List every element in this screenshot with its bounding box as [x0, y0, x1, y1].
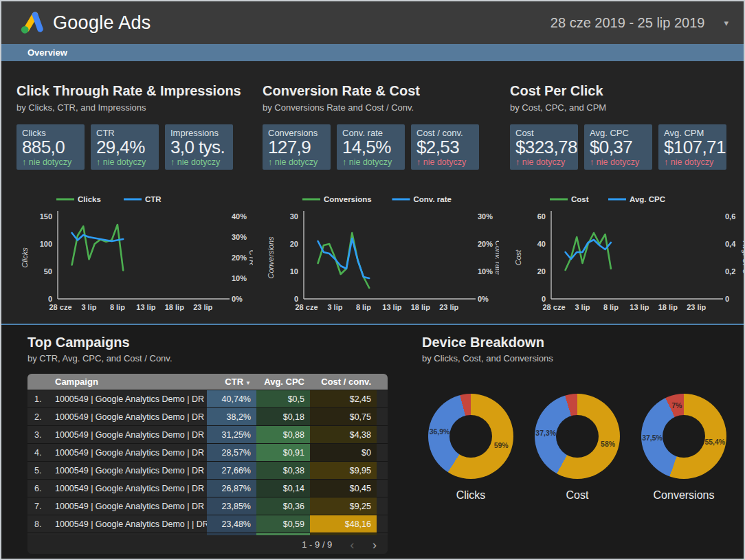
scorecard-row: Conversions127,9↑ nie dotyczyConv. rate1… [263, 124, 499, 170]
svg-text:0: 0 [48, 295, 52, 303]
trend-up-icon: ↑ [170, 157, 175, 167]
cost-conv-cell: $5 [310, 533, 377, 535]
svg-text:3 lip: 3 lip [575, 303, 590, 311]
donut-chart-clicks: 59%36,9% Clicks [425, 394, 517, 502]
brand-title: Google Ads [53, 12, 151, 34]
svg-text:Clicks: Clicks [21, 247, 29, 268]
svg-text:0%: 0% [232, 295, 243, 303]
svg-text:CTR: CTR [248, 250, 253, 266]
donut-title: Cost [566, 489, 589, 502]
tab-overview[interactable]: Overview [1, 47, 67, 58]
campaign-table-footer: 1 - 9 / 9 ‹ › [27, 535, 388, 554]
slice-label: 58% [601, 440, 615, 448]
section-cost-per-click: Cost Per Click by Cost, CPC, and CPM Cos… [510, 61, 745, 314]
slice-label: 37,5% [642, 434, 663, 442]
trend-up-icon: ↑ [664, 157, 668, 167]
avg-cpc-cell: $0,88 [256, 426, 310, 443]
row-index: 6. [27, 480, 55, 497]
section-ctr-impressions: Click Through Rate & Impressions by Clic… [16, 61, 253, 314]
svg-text:28 cze: 28 cze [295, 303, 318, 311]
scorecard: Avg. CPM$107,71↑ nie dotyczy [658, 124, 726, 170]
svg-text:8 lip: 8 lip [603, 303, 619, 311]
date-range-picker[interactable]: 28 cze 2019 - 25 lip 2019 ▾ [551, 15, 744, 31]
avg-cpc-cell: $0,38 [256, 462, 310, 479]
svg-text:13 lip: 13 lip [382, 303, 401, 311]
svg-text:40: 40 [537, 240, 546, 248]
scorecard: Clicks885,0↑ nie dotyczy [16, 124, 85, 170]
slice-label: 36,9% [430, 427, 450, 436]
row-index: 5. [27, 462, 55, 479]
prev-page-button[interactable]: ‹ [350, 538, 354, 551]
row-index: 3. [27, 426, 55, 443]
trend-up-icon: ↑ [590, 157, 594, 167]
svg-text:0: 0 [542, 295, 546, 303]
svg-text:Cost: Cost [514, 249, 522, 266]
table-header-ctr[interactable]: CTR▼ [207, 377, 256, 387]
cost-conv-cell: $4,38 [310, 426, 377, 443]
header-bar: Google Ads 28 cze 2019 - 25 lip 2019 ▾ [1, 1, 744, 44]
donut-chart-cost: 58%37,3% Cost [531, 394, 623, 502]
svg-text:0,2: 0,2 [725, 267, 735, 276]
ctr-cell: 12,5% [207, 533, 256, 535]
row-index: 7. [27, 497, 55, 515]
donut-chart-conversions: 55,4%37,5%7% Conversions [638, 394, 730, 502]
trend-badge: ↑ nie dotyczy [416, 157, 474, 167]
scorecard-value: 29,4% [96, 138, 153, 157]
table-header-cost-conv[interactable]: Cost / conv. [310, 377, 377, 387]
scorecard-value: 3,0 tys. [170, 138, 227, 157]
svg-text:13 lip: 13 lip [136, 303, 155, 311]
scorecard-value: 127,9 [268, 138, 325, 157]
device-breakdown-title: Device Breakdown [422, 335, 733, 350]
section-conversion-rate-cost: Conversion Rate & Cost by Conversions Ra… [263, 61, 499, 314]
row-index: 4. [27, 444, 55, 461]
svg-text:10: 10 [290, 267, 298, 276]
caret-down-icon: ▾ [724, 18, 729, 28]
avg-cpc-cell: $0,5 [256, 390, 310, 407]
scorecard-value: $2,53 [416, 138, 474, 157]
campaign-table-body: 1.1000549 | Google Analytics Demo | DR |… [27, 390, 388, 535]
ctr-cell: 38,2% [207, 408, 256, 425]
cost-conv-cell: $48,16 [310, 515, 377, 533]
donut-ring: 59%36,9% [428, 394, 513, 479]
ctr-cell: 31,25% [207, 426, 256, 443]
brand: Google Ads [1, 12, 151, 34]
avg-cpc-cell: $0,14 [256, 480, 310, 497]
scorecard-value: $0,37 [590, 138, 647, 157]
ctr-cell: 27,66% [207, 462, 256, 479]
svg-text:Conversions: Conversions [267, 236, 275, 279]
campaign-name: 1000549 | Google Analytics Demo | | DR |… [55, 515, 207, 533]
top-campaigns-title: Top Campaigns [27, 335, 388, 350]
line-chart-conversions-rate: ConversionsConv. rate01020300%10%20%30%2… [263, 190, 499, 314]
table-row: 8.1000549 | Google Analytics Demo | | DR… [27, 515, 388, 533]
avg-cpc-cell: $0,18 [256, 408, 310, 425]
avg-cpc-cell: $0,36 [256, 497, 310, 515]
avg-cpc-cell: $0,59 [256, 515, 310, 533]
pagination-label: 1 - 9 / 9 [302, 539, 332, 550]
cost-conv-cell: $0,75 [310, 408, 377, 425]
trend-badge: ↑ nie dotyczy [22, 157, 79, 167]
next-page-button[interactable]: › [372, 538, 377, 551]
trend-badge: ↑ nie dotyczy [515, 157, 572, 167]
svg-text:0: 0 [294, 295, 298, 303]
trend-up-icon: ↑ [342, 157, 346, 167]
google-ads-logo-icon [19, 12, 45, 34]
svg-text:0,6: 0,6 [725, 212, 735, 221]
row-index: 1. [27, 390, 55, 407]
table-row: 1.1000549 | Google Analytics Demo | DR |… [27, 390, 388, 407]
table-header-avg-cpc[interactable]: Avg. CPC [256, 377, 310, 387]
page-tabbar: Overview [1, 44, 744, 61]
scorecard: Cost / conv.$2,53↑ nie dotyczy [411, 124, 479, 170]
donut-ring: 55,4%37,5%7% [641, 394, 726, 479]
table-header-campaign[interactable]: Campaign [55, 377, 207, 387]
svg-text:0,4: 0,4 [725, 240, 736, 248]
ctr-cell: 40,74% [207, 390, 256, 407]
slice-label: 37,3% [535, 429, 556, 437]
donut-hole [556, 415, 599, 458]
svg-text:20: 20 [537, 267, 546, 276]
top-campaigns-subtitle: by CTR, Avg. CPC, and Cost / Conv. [27, 353, 388, 363]
svg-text:0: 0 [725, 295, 729, 303]
scorecard-row: Cost$323,78↑ nie dotyczyAvg. CPC$0,37↑ n… [510, 124, 745, 170]
scorecard: Conversions127,9↑ nie dotyczy [263, 124, 331, 170]
scorecard: Impressions3,0 tys.↑ nie dotyczy [165, 124, 233, 170]
svg-text:23 lip: 23 lip [687, 303, 706, 311]
